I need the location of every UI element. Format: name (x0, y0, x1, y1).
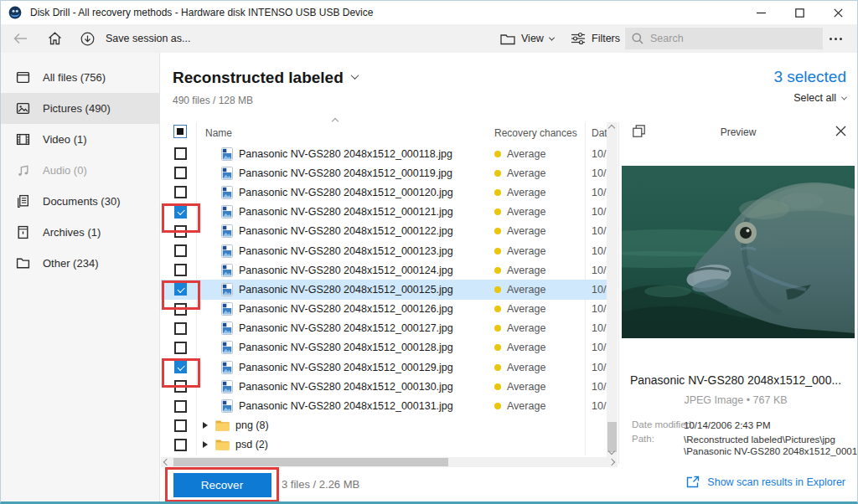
recovery-chance-dot (494, 364, 501, 371)
file-checkbox[interactable] (174, 206, 187, 219)
vertical-scrollbar[interactable] (607, 122, 618, 457)
image-file-icon (221, 283, 233, 296)
preview-file-meta: JPEG Image • 767 KB (619, 394, 852, 406)
file-name: Panasonic NV-GS280 2048x1512_000129.jpg (239, 362, 453, 373)
maximize-button[interactable] (780, 1, 819, 24)
folder-row[interactable]: png (8) (161, 416, 607, 435)
file-name: Panasonic NV-GS280 2048x1512_000126.jpg (239, 303, 453, 315)
expand-arrow-icon[interactable] (203, 422, 208, 429)
path-line-2: \Panasonic NV-GS280 2048x1512_0001... (684, 446, 858, 456)
sidebar-item-video[interactable]: Video (1) (1, 124, 159, 155)
scroll-right-icon[interactable] (608, 459, 615, 465)
minimize-icon (757, 8, 766, 18)
minimize-button[interactable] (742, 1, 780, 24)
file-name: Panasonic NV-GS280 2048x1512_000130.jpg (239, 381, 453, 393)
select-all-checkbox[interactable] (173, 125, 187, 138)
file-row[interactable]: Panasonic NV-GS280 2048x1512_000122.jpg … (161, 222, 607, 241)
recovery-chance-dot (494, 306, 501, 312)
show-in-explorer-link[interactable]: Show scan results in Explorer (686, 476, 845, 488)
file-name: Panasonic NV-GS280 2048x1512_000118.jpg (239, 148, 452, 160)
recovery-chance-label: Average (507, 400, 545, 412)
folder-checkbox[interactable] (174, 419, 187, 432)
file-row[interactable]: Panasonic NV-GS280 2048x1512_000124.jpg … (161, 260, 607, 280)
more-options-icon (830, 38, 832, 40)
recovery-chance-dot (494, 325, 501, 332)
file-checkbox[interactable] (174, 283, 187, 296)
file-row[interactable]: Panasonic NV-GS280 2048x1512_000120.jpg … (161, 183, 607, 202)
scroll-up-icon[interactable] (608, 125, 615, 131)
save-session-label[interactable]: Save session as... (106, 33, 190, 44)
search-icon (632, 33, 644, 44)
filters-button[interactable]: Filters (564, 24, 627, 53)
sidebar-item-archives[interactable]: Archives (1) (1, 217, 159, 248)
audio-icon (16, 163, 30, 177)
file-row[interactable]: Panasonic NV-GS280 2048x1512_000121.jpg … (161, 203, 607, 222)
chevron-down-icon (549, 34, 555, 40)
horizontal-scrollbar[interactable] (161, 457, 618, 467)
file-checkbox[interactable] (174, 322, 187, 335)
file-row[interactable]: Panasonic NV-GS280 2048x1512_000123.jpg … (161, 241, 607, 260)
file-row[interactable]: Panasonic NV-GS280 2048x1512_000128.jpg … (161, 338, 607, 357)
file-checkbox[interactable] (174, 361, 187, 373)
file-row[interactable]: Panasonic NV-GS280 2048x1512_000130.jpg … (161, 377, 607, 396)
file-checkbox[interactable] (174, 167, 187, 179)
file-row[interactable]: Panasonic NV-GS280 2048x1512_000131.jpg … (161, 396, 607, 415)
window-title: Disk Drill - All recovery methods - Hard… (30, 7, 373, 18)
expand-arrow-icon[interactable] (203, 441, 208, 448)
pictures-icon (16, 101, 30, 116)
location-title[interactable]: Reconstructed labeled (173, 69, 358, 87)
file-checkbox[interactable] (174, 400, 187, 413)
file-row[interactable]: Panasonic NV-GS280 2048x1512_000129.jpg … (161, 357, 607, 377)
file-row[interactable]: Panasonic NV-GS280 2048x1512_000119.jpg … (161, 163, 607, 183)
file-row[interactable]: Panasonic NV-GS280 2048x1512_000126.jpg … (161, 300, 607, 319)
image-file-icon (221, 147, 233, 161)
sidebar-item-label: Pictures (490) (43, 102, 111, 115)
recovery-chance-dot (494, 151, 501, 157)
home-button[interactable] (40, 24, 70, 53)
close-window-button[interactable] (819, 1, 857, 24)
sidebar-item-all-files[interactable]: All files (756) (1, 62, 159, 93)
column-header-recovery[interactable]: Recovery chances (494, 127, 577, 139)
recovery-chance-dot (494, 286, 501, 293)
save-session-button[interactable] (73, 24, 102, 53)
location-title-label: Reconstructed labeled (173, 69, 344, 87)
recovery-chance-dot (494, 267, 501, 274)
search-input[interactable] (650, 33, 801, 44)
file-checkbox[interactable] (174, 186, 187, 198)
recover-button[interactable]: Recover (173, 473, 271, 497)
image-file-icon (221, 167, 233, 180)
file-row[interactable]: Panasonic NV-GS280 2048x1512_000127.jpg … (161, 319, 607, 338)
file-checkbox[interactable] (174, 264, 187, 276)
search-box[interactable] (625, 28, 823, 49)
sidebar-item-pictures[interactable]: Pictures (490) (1, 93, 159, 124)
file-checkbox[interactable] (174, 225, 187, 238)
recovery-chance-label: Average (507, 265, 545, 276)
more-options-button[interactable] (820, 24, 850, 53)
location-summary: 490 files / 128 MB (173, 95, 253, 106)
sidebar-item-other[interactable]: Other (234) (1, 248, 159, 279)
sidebar-item-audio[interactable]: Audio (0) (1, 155, 159, 186)
sidebar-item-documents[interactable]: Documents (30) (1, 186, 159, 217)
close-preview-button[interactable] (832, 124, 849, 141)
view-button[interactable]: View (494, 24, 561, 53)
recovery-chance-dot (494, 228, 501, 234)
scroll-left-icon[interactable] (163, 459, 170, 465)
column-header-name[interactable]: Name (205, 127, 232, 139)
horizontal-scroll-thumb[interactable] (173, 458, 448, 466)
back-button[interactable] (6, 24, 35, 53)
file-checkbox[interactable] (174, 342, 187, 354)
file-checkbox[interactable] (174, 147, 187, 160)
file-checkbox[interactable] (174, 303, 187, 316)
file-row[interactable]: Panasonic NV-GS280 2048x1512_000125.jpg … (161, 280, 607, 299)
file-checkbox[interactable] (174, 380, 187, 393)
select-all-button[interactable]: Select all (793, 92, 846, 104)
file-row[interactable]: Panasonic NV-GS280 2048x1512_000118.jpg … (161, 144, 607, 163)
home-icon (48, 32, 62, 45)
chevron-down-icon (841, 94, 847, 100)
sidebar-item-label: Video (1) (43, 133, 87, 146)
preview-header: Preview (619, 122, 857, 144)
file-checkbox[interactable] (174, 244, 187, 257)
folder-row[interactable]: psd (2) (161, 435, 607, 455)
sidebar-list: All files (756) Pictures (490) Video (1)… (1, 62, 159, 279)
folder-checkbox[interactable] (174, 439, 187, 451)
